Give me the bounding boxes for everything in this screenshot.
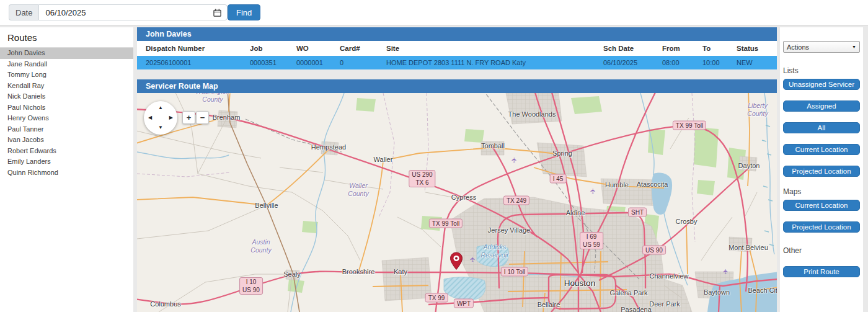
date-input-group: Date 06/10/2025 bbox=[9, 4, 228, 20]
column-header: From bbox=[653, 41, 694, 56]
main-content: John Davies Dispatch NumberJobWOCard#Sit… bbox=[137, 27, 777, 312]
topbar: Date 06/10/2025 Find bbox=[0, 0, 868, 25]
route-item[interactable]: Paul Tanner bbox=[0, 124, 133, 135]
column-header: Job bbox=[241, 41, 288, 56]
route-item[interactable]: Nick Daniels bbox=[0, 91, 133, 102]
section-title: Maps bbox=[780, 187, 863, 196]
map-panel-header: Servicer Route Map bbox=[137, 79, 777, 93]
date-label: Date bbox=[9, 4, 38, 20]
column-header: Site bbox=[378, 41, 595, 56]
map-zoom-out-button[interactable]: − bbox=[196, 111, 209, 124]
section-title: Lists bbox=[780, 66, 863, 75]
column-header: To bbox=[694, 41, 728, 56]
actions-sections: ListsUnassigned ServicerAssignedAllCurre… bbox=[780, 66, 863, 277]
app-root: Date 06/10/2025 Find Routes John DaviesJ… bbox=[0, 0, 868, 312]
route-item[interactable]: Emily Landers bbox=[0, 156, 133, 167]
column-header: Sch Date bbox=[595, 41, 653, 56]
location-marker-pin[interactable] bbox=[450, 252, 463, 270]
pan-right-icon[interactable]: ▶ bbox=[169, 115, 173, 120]
column-header: WO bbox=[288, 41, 331, 56]
table-cell: 08:00 bbox=[653, 56, 694, 69]
dispatch-table-header: Dispatch NumberJobWOCard#SiteSch DateFro… bbox=[137, 41, 777, 56]
column-header: Card# bbox=[331, 41, 378, 56]
routes-title: Routes bbox=[0, 27, 133, 48]
date-input[interactable]: 06/10/2025 bbox=[38, 4, 228, 20]
route-list: John DaviesJane RandallTommy LongKendall… bbox=[0, 48, 133, 178]
route-item[interactable]: Ivan Jacobs bbox=[0, 135, 133, 146]
map-zoom-in-button[interactable]: + bbox=[182, 111, 195, 124]
projected-location-button[interactable]: Projected Location bbox=[783, 221, 860, 233]
projected-location-button[interactable]: Projected Location bbox=[783, 166, 860, 177]
column-header: Dispatch Number bbox=[137, 41, 241, 56]
route-item[interactable]: Paul Nichols bbox=[0, 102, 133, 114]
current-location-button[interactable]: Current Location bbox=[783, 144, 860, 155]
route-item[interactable]: Henry Owens bbox=[0, 113, 133, 124]
assigned-button[interactable]: Assigned bbox=[783, 100, 860, 112]
routes-sidebar: Routes John DaviesJane RandallTommy Long… bbox=[0, 27, 133, 312]
table-cell: 10:00 bbox=[694, 56, 728, 69]
table-cell: 06/10/2025 bbox=[595, 56, 653, 69]
actions-panel: Actions ▼ ListsUnassigned ServicerAssign… bbox=[780, 27, 863, 312]
table-cell: 0000001 bbox=[288, 56, 331, 69]
dispatch-panel-header: John Davies bbox=[137, 27, 777, 41]
route-item[interactable]: Tommy Long bbox=[0, 69, 133, 81]
chevron-down-icon: ▼ bbox=[852, 45, 856, 49]
pan-up-icon[interactable]: ▲ bbox=[158, 105, 163, 110]
all-button[interactable]: All bbox=[783, 122, 860, 133]
route-item[interactable]: Kendall Ray bbox=[0, 81, 133, 92]
print-route-button[interactable]: Print Route bbox=[783, 266, 860, 277]
table-cell: NEW bbox=[728, 56, 777, 69]
servicer-route-map[interactable]: BrenhamHempsteadWallerBellvilleTomballTh… bbox=[137, 93, 777, 312]
section-title: Other bbox=[780, 246, 863, 255]
calendar-icon[interactable] bbox=[213, 9, 221, 17]
map-pan-control[interactable]: ▲ ▼ ◀ ▶ bbox=[144, 101, 177, 135]
table-cell: 202506100001 bbox=[137, 56, 241, 69]
table-cell: HOME DEPOT 2803 1111 N. FRY ROAD Katy bbox=[378, 56, 595, 69]
route-item[interactable]: Robert Edwards bbox=[0, 146, 133, 157]
pan-left-icon[interactable]: ◀ bbox=[148, 115, 152, 120]
route-item[interactable]: John Davies bbox=[0, 48, 133, 59]
actions-select[interactable]: Actions ▼ bbox=[783, 41, 860, 53]
route-item[interactable]: Jane Randall bbox=[0, 59, 133, 70]
map-base-layer bbox=[137, 93, 777, 312]
find-button[interactable]: Find bbox=[228, 4, 260, 20]
pan-down-icon[interactable]: ▼ bbox=[158, 125, 163, 130]
table-cell: 0 bbox=[331, 56, 378, 69]
table-cell: 0000351 bbox=[241, 56, 288, 69]
route-item[interactable]: Quinn Richmond bbox=[0, 167, 133, 179]
date-value: 06/10/2025 bbox=[45, 8, 86, 17]
unassigned-servicer-button[interactable]: Unassigned Servicer bbox=[783, 79, 860, 90]
current-location-button[interactable]: Current Location bbox=[783, 200, 860, 211]
table-row[interactable]: 202506100001000035100000010HOME DEPOT 28… bbox=[137, 56, 777, 69]
column-header: Status bbox=[728, 41, 777, 56]
actions-select-value: Actions bbox=[787, 43, 809, 51]
